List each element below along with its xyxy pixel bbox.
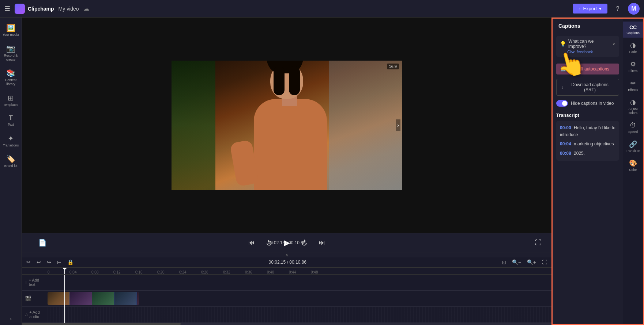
sidebar-item-content-library[interactable]: 📚 Content library: [1, 66, 21, 89]
sidebar-item-label-transitions: Transitions: [3, 144, 19, 148]
ruler-tick-20: 0:20: [157, 270, 164, 274]
timeline-collapse-button[interactable]: ∧: [22, 252, 551, 257]
right-tool-color[interactable]: 🎨 Color: [623, 156, 643, 175]
hide-captions-toggle[interactable]: [556, 100, 568, 107]
timeline-ruler: 0 0:04 0:08 0:12 0:16 0:20 0:24 0:28 0:3…: [22, 268, 551, 275]
app-name: Clipchamp: [28, 6, 54, 12]
skip-to-start-button[interactable]: ⏮: [246, 237, 257, 249]
download-captions-button[interactable]: ↓ Download captions (SRT): [556, 79, 619, 96]
skip-to-end-button[interactable]: ⏭: [316, 237, 328, 249]
feedback-chevron-icon: ∨: [612, 41, 615, 46]
ruler-tick-8: 0:08: [91, 270, 98, 274]
right-tool-filters[interactable]: ⚙ Filters: [623, 57, 643, 76]
turn-off-label: Turn off autocaptions: [568, 66, 609, 72]
hide-captions-row: Hide captions in video: [556, 100, 619, 107]
subtitle-toggle-button[interactable]: 📄: [37, 237, 48, 249]
download-label: Download captions (SRT): [565, 82, 614, 92]
ruler-tick-0: 0: [48, 270, 50, 274]
audio-track-row: ♫ + Add audio: [22, 307, 551, 323]
hamburger-button[interactable]: ☰: [4, 5, 10, 13]
playhead-indicator: [63, 268, 67, 269]
sidebar-item-transitions[interactable]: ✦ Transitions: [1, 131, 21, 150]
sidebar-item-label-record-create: Record & create: [2, 54, 20, 62]
help-button[interactable]: ?: [612, 3, 624, 15]
turn-off-autocaptions-button[interactable]: 🔄 Turn off autocaptions: [556, 64, 619, 74]
ruler-tick-40: 0:40: [267, 270, 274, 274]
fullscreen-button[interactable]: ⛶: [532, 237, 544, 249]
undo-button[interactable]: ↩: [35, 258, 42, 267]
right-tool-speed[interactable]: ⏱ Speed: [623, 119, 643, 137]
split-button[interactable]: ⊢: [56, 258, 63, 267]
transcript-text-2: marketing objectives: [574, 141, 614, 146]
video-title[interactable]: My video: [59, 6, 79, 12]
user-avatar[interactable]: M: [628, 3, 640, 15]
transcript-section: Transcript 00:00 Hello, today I'd like t…: [556, 112, 619, 161]
export-button[interactable]: ↑ Export ▾: [573, 4, 607, 14]
video-preview: [172, 61, 402, 190]
transcript-text-3: 2025.: [574, 151, 585, 156]
cut-tool-button[interactable]: ✂: [25, 258, 32, 267]
captions-tool-label: Captions: [626, 31, 640, 35]
ruler-tick-16: 0:16: [135, 270, 142, 274]
audio-track-icon: ♫: [25, 312, 28, 317]
content-library-icon: 📚: [6, 69, 15, 77]
transcript-entry-2[interactable]: 00:04 marketing objectives: [560, 141, 615, 148]
video-track-content: [48, 291, 551, 306]
text-icon: T: [9, 114, 13, 122]
video-track-row: 🎬: [22, 291, 551, 307]
clip-thumbnail-3: [92, 292, 114, 305]
transcript-entry-1[interactable]: 00:00 Hello, today I'd like to introduce: [560, 125, 615, 138]
main-layout: 🖼️ Your media 📷 Record & create 📚 Conten…: [0, 18, 644, 325]
sidebar-item-label-brand-kit: Brand kit: [4, 164, 18, 168]
sidebar-item-your-media[interactable]: 🖼️ Your media: [1, 20, 21, 40]
export-icon: ↑: [579, 6, 581, 11]
clip-thumbnail-1: [48, 292, 69, 305]
video-track-label: 🎬: [22, 295, 48, 301]
filters-tool-label: Filters: [629, 69, 638, 73]
right-tool-transition[interactable]: 🔗 Transition: [623, 137, 643, 156]
lock-button[interactable]: 🔒: [66, 258, 75, 267]
right-tool-fade[interactable]: ◑ Fade: [623, 38, 643, 57]
sidebar-item-label-templates: Templates: [3, 103, 18, 107]
preview-next-button[interactable]: ›: [396, 119, 400, 131]
transitions-icon: ✦: [8, 134, 14, 143]
zoom-fit-button[interactable]: ⊡: [500, 258, 508, 267]
right-panels: Captions 💡 What can we improve? ∨ Give f…: [551, 18, 644, 325]
right-tool-effects[interactable]: ✏ Effects: [623, 76, 643, 95]
timeline-scrollbar[interactable]: [22, 323, 551, 325]
your-media-icon: 🖼️: [6, 23, 15, 32]
zoom-in-button[interactable]: 🔍+: [526, 258, 538, 267]
video-clip[interactable]: [48, 292, 139, 305]
transcript-entry-3[interactable]: 00:08 2025.: [560, 150, 615, 157]
expand-timeline-button[interactable]: ⛶: [541, 258, 549, 267]
sidebar-item-brand-kit[interactable]: 🏷️ Brand kit: [1, 152, 21, 171]
audio-waveform: [48, 307, 551, 322]
transcript-title: Transcript: [556, 112, 619, 118]
sidebar-item-templates[interactable]: ⊞ Templates: [1, 91, 21, 110]
center-content: 16:9 › 📄 ⏮ ▶ ⏭ 00:02.15 / 00:10.86 ⛶ ∧: [22, 18, 551, 325]
add-text-button[interactable]: + Add text: [29, 278, 45, 287]
right-tool-captions[interactable]: CC Captions: [623, 22, 643, 38]
logo-icon: [15, 4, 25, 14]
zoom-out-button[interactable]: 🔍−: [511, 258, 523, 267]
ruler-tick-4: 0:04: [69, 270, 76, 274]
feedback-link[interactable]: Give feedback: [560, 49, 615, 54]
right-tool-adjust-colors[interactable]: ◑ Adjustcolors: [623, 95, 643, 118]
redo-button[interactable]: ↪: [45, 258, 53, 267]
timeline-scrollbar-thumb[interactable]: [22, 323, 181, 325]
turn-off-icon: 🔄: [561, 66, 566, 72]
add-audio-button[interactable]: + Add audio: [29, 310, 45, 319]
sidebar-item-text[interactable]: T Text: [1, 111, 21, 130]
right-tools-panel: CC Captions ◑ Fade ⚙ Filters ✏ Effects ◑…: [623, 18, 644, 325]
speed-tool-label: Speed: [628, 130, 638, 134]
playback-controls: 📄 ⏮ ▶ ⏭ 00:02.15 / 00:10.86 ⛶: [22, 233, 551, 252]
ruler-tick-24: 0:24: [179, 270, 186, 274]
sidebar-collapse-button[interactable]: ›: [10, 316, 12, 322]
audio-track-label: ♫ + Add audio: [22, 310, 48, 319]
sidebar-item-record-create[interactable]: 📷 Record & create: [1, 41, 21, 65]
export-label: Export: [583, 6, 597, 11]
ruler-tick-48: 0:48: [311, 270, 318, 274]
ruler-tick-12: 0:12: [113, 270, 120, 274]
brand-kit-icon: 🏷️: [6, 154, 15, 163]
captions-panel: Captions 💡 What can we improve? ∨ Give f…: [551, 18, 623, 325]
